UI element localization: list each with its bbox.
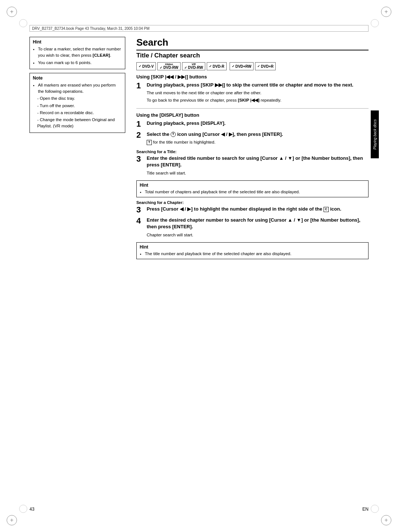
hint-chapter-inline: Hint The title number and playback time … [136,242,369,259]
searching-title-label: Searching for a Title: [136,149,369,154]
subsection-title: Title / Chapter search [136,52,369,59]
hint-title-label: Hint [140,183,365,188]
step-3-title: 3 Enter the desired title number to sear… [136,155,369,177]
step-main-3-chapter: Press [Cursor ◀ / ▶] to highlight the nu… [147,206,369,212]
page-container: DRV_B2737_B2734.book Page 43 Thursday, M… [0,0,398,532]
note-sub-2: Turn off the power. [37,103,122,109]
corner-mark-tl [7,7,17,17]
step-main-1-skip: During playback, press [SKIP ▶▶|] to ski… [147,82,369,88]
step-sub-4-chapter: Chapter search will start. [147,232,369,238]
step-main-2-display: Select the T icon using [Cursor ◀ / ▶], … [147,131,369,138]
corner-mark-br [381,515,391,525]
inner-mark-br [371,505,379,513]
hint-chapter-label: Hint [140,244,365,250]
side-tab: Playing back discs [371,110,379,158]
inner-mark-bl [19,505,27,513]
section-title: Search [136,37,369,50]
step-number-3-title: 3 [136,155,144,177]
step-note-1-skip: To go back to the previous title or chap… [147,97,369,103]
header-bar: DRV_B2737_B2734.book Page 43 Thursday, M… [29,25,369,32]
side-tab-text: Playing back discs [373,119,377,149]
badge-dvd-rw-video: Video ✓DVD-RW [157,62,181,70]
note-sub-4: Change the mode between Original and Pla… [37,117,122,130]
corner-mark-bl [7,515,17,525]
vr-super: VR [192,63,196,66]
step-number-3-chapter: 3 [136,206,144,214]
separator-1 [136,108,369,109]
icon-square-C: C [324,207,329,212]
step-main-4-chapter: Enter the desired chapter number to sear… [147,217,369,230]
step-content-4-chapter: Enter the desired chapter number to sear… [147,217,369,239]
header-text: DRV_B2737_B2734.book Page 43 Thursday, M… [32,27,150,31]
badge-dvd-v: ✓DVD-V [136,62,156,70]
using-display-heading: Using the [DISPLAY] button [136,112,369,118]
check-icon-dvd-plus-r: ✓ [257,64,260,68]
step-content-3-chapter: Press [Cursor ◀ / ▶] to highlight the nu… [147,206,369,214]
note-list-left: All markers are erased when you perform … [33,82,122,95]
page-lang: EN [362,507,369,512]
corner-mark-tr [381,7,391,17]
check-icon-dvd-plus-rw: ✓ [232,64,235,68]
hint-item-1: To clear a marker, select the marker num… [38,46,122,59]
step-3-chapter: 3 Press [Cursor ◀ / ▶] to highlight the … [136,206,369,214]
note-title-left: Note [33,75,122,81]
video-super: Video [165,63,173,66]
step-4-chapter: 4 Enter the desired chapter number to se… [136,217,369,239]
inner-mark-tr [371,19,379,27]
step-number-1-display: 1 [136,120,144,128]
content-area: Hint To clear a marker, select the marke… [29,37,369,503]
step-content-2-display: Select the T icon using [Cursor ◀ / ▶], … [147,131,369,147]
right-column: Search Title / Chapter search ✓DVD-V Vid… [136,37,369,503]
check-icon-dvd-rw-vr: ✓ [184,66,187,70]
check-icon-dvd-r: ✓ [209,64,212,68]
left-column: Hint To clear a marker, select the marke… [29,37,125,503]
step-1-skip: 1 During playback, press [SKIP ▶▶|] to s… [136,82,369,105]
hint-title-left: Hint [33,39,122,45]
step-number-1-skip: 1 [136,82,144,105]
step-sub-3-title: Title search will start. [147,170,369,176]
check-icon-dvd-v: ✓ [139,64,142,68]
dvd-badges: ✓DVD-V Video ✓DVD-RW VR ✓DVD-RW ✓DVD-R ✓… [136,62,369,70]
hint-list-left: To clear a marker, select the marker num… [33,46,122,66]
step-content-1-skip: During playback, press [SKIP ▶▶|] to ski… [147,82,369,105]
step-content-1-display: During playback, press [DISPLAY]. [147,120,369,128]
step-content-3-title: Enter the desired title number to search… [147,155,369,177]
badge-dvd-rw-vr: VR ✓DVD-RW [182,62,205,70]
step-main-1-display: During playback, press [DISPLAY]. [147,120,369,127]
icon-square-T: T [147,140,152,145]
step-1-display: 1 During playback, press [DISPLAY]. [136,120,369,128]
step-number-2-display: 2 [136,131,144,147]
note-sub-1: Open the disc tray. [37,95,122,102]
hint-item-2: You can mark up to 6 points. [38,60,122,66]
step-sub-2-display: T for the title number is highlighted. [147,139,369,145]
step-sub-1a-skip: The unit moves to the next title or chap… [147,90,369,96]
inner-mark-tl [19,19,27,27]
step-main-3-title: Enter the desired title number to search… [147,155,369,168]
step-number-4-chapter: 4 [136,217,144,239]
page-footer: 43 EN [29,507,369,512]
badge-dvd-plus-r: ✓DVD+R [255,62,276,70]
badge-dvd-r: ✓DVD-R [207,62,227,70]
note-sub-list: Open the disc tray. Turn off the power. … [33,95,122,129]
page-number: 43 [29,507,34,512]
note-sub-3: Record on a recordable disc. [37,110,122,116]
hint-title-list: Total number of chapters and playback ti… [140,189,365,195]
using-skip-heading: Using [SKIP |◀◀ / ▶▶|] buttons [136,74,369,80]
icon-circle-t: T [171,132,176,137]
note-box-left: Note All markers are erased when you per… [29,73,125,133]
note-intro: All markers are erased when you perform … [38,82,122,95]
hint-box-left: Hint To clear a marker, select the marke… [29,37,125,69]
hint-title-item-1: Total number of chapters and playback ti… [145,189,365,195]
step-2-display: 2 Select the T icon using [Cursor ◀ / ▶]… [136,131,369,147]
hint-chapter-item-1: The title number and playback time of th… [145,251,365,257]
hint-title-inline: Hint Total number of chapters and playba… [136,180,369,197]
searching-chapter-label: Searching for a Chapter: [136,200,369,205]
badge-dvd-plus-rw: ✓DVD+RW [230,62,254,70]
check-icon-dvd-rw-video: ✓ [160,66,163,70]
hint-chapter-list: The title number and playback time of th… [140,251,365,257]
